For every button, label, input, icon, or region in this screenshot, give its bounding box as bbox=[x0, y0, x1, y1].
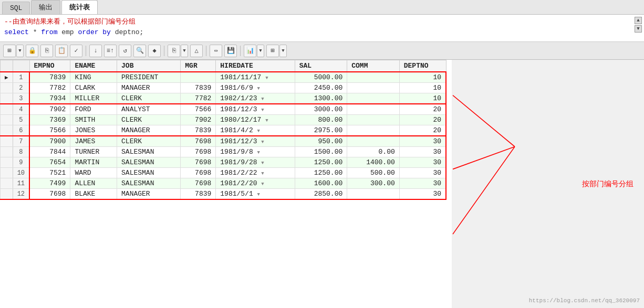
toolbar-lock-btn[interactable]: 🔒 bbox=[26, 45, 38, 57]
toolbar-export-dropdown[interactable]: ▼ bbox=[181, 45, 188, 57]
cell-empno: 7934 bbox=[29, 93, 70, 104]
tab-stats[interactable]: 统计表 bbox=[61, 0, 98, 14]
toolbar-grid-btn[interactable]: ⊞ bbox=[3, 45, 16, 57]
header-comm[interactable]: COMM bbox=[347, 60, 400, 72]
cell-deptno: 30 bbox=[399, 189, 446, 200]
toolbar-sep3 bbox=[206, 46, 206, 56]
cell-comm bbox=[347, 72, 400, 83]
toolbar-refresh-btn[interactable]: ↺ bbox=[119, 45, 131, 57]
header-hiredate[interactable]: HIREDATE bbox=[216, 60, 295, 72]
cell-hiredate: 1980/12/17 ▼ bbox=[216, 115, 295, 125]
toolbar-table-dropdown[interactable]: ▼ bbox=[279, 45, 287, 57]
table-row: 5 7369 SMITH CLERK 7902 1980/12/17 ▼ 800… bbox=[1, 115, 446, 125]
toolbar-grid-group: ⊞ ▼ bbox=[3, 45, 24, 57]
cell-mgr bbox=[181, 72, 216, 83]
toolbar-down-btn[interactable]: ↓ bbox=[89, 45, 102, 57]
cell-comm bbox=[347, 125, 400, 136]
cell-ename: KING bbox=[70, 72, 117, 83]
cell-deptno: 30 bbox=[399, 147, 446, 157]
table-header-row: EMPNO ENAME JOB MGR HIREDATE SAL COMM DE… bbox=[1, 60, 446, 72]
toolbar-table-btn[interactable]: ⊞ bbox=[266, 45, 279, 57]
cell-hiredate: 1981/2/20 ▼ bbox=[216, 178, 295, 189]
header-mgr[interactable]: MGR bbox=[181, 60, 216, 72]
cell-sal: 800.00 bbox=[295, 115, 347, 125]
row-num: 2 bbox=[13, 83, 29, 93]
cell-ename: MILLER bbox=[70, 93, 117, 104]
toolbar-up-btn[interactable]: ≡↑ bbox=[104, 45, 117, 57]
header-job[interactable]: JOB bbox=[117, 60, 181, 72]
data-table: EMPNO ENAME JOB MGR HIREDATE SAL COMM DE… bbox=[0, 60, 446, 200]
table-row: 6 7566 JONES MANAGER 7839 1981/4/2 ▼ 297… bbox=[1, 125, 446, 136]
cell-sal: 1300.00 bbox=[295, 93, 347, 104]
cell-sal: 1250.00 bbox=[295, 157, 347, 168]
row-num: 8 bbox=[13, 147, 29, 157]
toolbar-paste-btn[interactable]: 📋 bbox=[55, 45, 68, 57]
cell-mgr: 7566 bbox=[181, 104, 216, 115]
scroll-arrows: ▲ ▼ bbox=[635, 17, 642, 33]
cell-mgr: 7698 bbox=[181, 136, 216, 147]
sql-comment: --由查询结果来看，可以根据部门编号分组 bbox=[4, 17, 640, 27]
toolbar-search-btn[interactable]: 🔍 bbox=[133, 45, 146, 57]
tab-sql[interactable]: SQL bbox=[2, 2, 30, 14]
row-num: 7 bbox=[13, 136, 29, 147]
row-nav bbox=[1, 83, 13, 93]
cell-mgr: 7839 bbox=[181, 83, 216, 93]
cell-ename: CLARK bbox=[70, 83, 117, 93]
toolbar-chart-btn[interactable]: 📊 bbox=[244, 45, 256, 57]
row-num: 6 bbox=[13, 125, 29, 136]
cell-job: SALESMAN bbox=[117, 147, 181, 157]
cell-job: MANAGER bbox=[117, 189, 181, 200]
toolbar-grid-dropdown[interactable]: ▼ bbox=[16, 45, 24, 57]
cell-comm bbox=[347, 115, 400, 125]
row-num: 11 bbox=[13, 178, 29, 189]
row-nav bbox=[1, 104, 13, 115]
header-deptno[interactable]: DEPTNO bbox=[399, 60, 446, 72]
cell-comm bbox=[347, 104, 400, 115]
cell-deptno: 10 bbox=[399, 72, 446, 83]
cell-job: CLERK bbox=[117, 115, 181, 125]
cell-hiredate: 1981/12/3 ▼ bbox=[216, 136, 295, 147]
cell-deptno: 20 bbox=[399, 115, 446, 125]
cell-ename: SMITH bbox=[70, 115, 117, 125]
row-nav bbox=[1, 168, 13, 178]
cell-comm bbox=[347, 136, 400, 147]
cell-empno: 7369 bbox=[29, 115, 70, 125]
toolbar-cols-btn[interactable]: ⇔ bbox=[210, 45, 222, 57]
cell-hiredate: 1981/6/9 ▼ bbox=[216, 83, 295, 93]
cell-job: CLERK bbox=[117, 136, 181, 147]
scroll-up-arrow[interactable]: ▲ bbox=[635, 17, 642, 24]
header-ename[interactable]: ENAME bbox=[70, 60, 117, 72]
cell-ename: FORD bbox=[70, 104, 117, 115]
row-nav bbox=[1, 157, 13, 168]
sql-table: emp bbox=[61, 28, 78, 36]
cell-deptno: 20 bbox=[399, 125, 446, 136]
table-row: 10 7521 WARD SALESMAN 7698 1981/2/22 ▼ 1… bbox=[1, 168, 446, 178]
cell-hiredate: 1981/9/8 ▼ bbox=[216, 147, 295, 157]
toolbar-save-btn[interactable]: 💾 bbox=[224, 45, 237, 57]
toolbar-check-btn[interactable]: ✓ bbox=[70, 45, 82, 57]
row-num: 4 bbox=[13, 104, 29, 115]
cell-hiredate: 1981/11/17 ▼ bbox=[216, 72, 295, 83]
header-sal[interactable]: SAL bbox=[295, 60, 347, 72]
scroll-down-arrow[interactable]: ▼ bbox=[635, 25, 642, 33]
row-num: 1 bbox=[13, 72, 29, 83]
table-wrapper[interactable]: EMPNO ENAME JOB MGR HIREDATE SAL COMM DE… bbox=[0, 60, 452, 308]
cell-mgr: 7698 bbox=[181, 157, 216, 168]
toolbar-export-btn[interactable]: ⎘ bbox=[168, 45, 180, 57]
toolbar-triangle-btn[interactable]: △ bbox=[190, 45, 203, 57]
cell-ename: BLAKE bbox=[70, 189, 117, 200]
toolbar-copy-btn[interactable]: ⎘ bbox=[40, 45, 53, 57]
toolbar-add-btn[interactable]: ◆ bbox=[148, 45, 161, 57]
cell-empno: 7839 bbox=[29, 72, 70, 83]
toolbar: ⊞ ▼ 🔒 ⎘ 📋 ✓ ↓ ≡↑ ↺ 🔍 ◆ ⎘ ▼ △ ⇔ 💾 📊 ▼ ⊞ ▼ bbox=[0, 42, 644, 60]
tab-output[interactable]: 输出 bbox=[31, 0, 60, 14]
cell-hiredate: 1981/12/3 ▼ bbox=[216, 104, 295, 115]
cell-ename: JONES bbox=[70, 125, 117, 136]
toolbar-chart-dropdown[interactable]: ▼ bbox=[257, 45, 264, 57]
cell-deptno: 10 bbox=[399, 93, 446, 104]
header-empno[interactable]: EMPNO bbox=[29, 60, 70, 72]
table-body: ▶ 1 7839 KING PRESIDENT 1981/11/17 ▼ 500… bbox=[1, 72, 446, 199]
toolbar-chart-group: 📊 ▼ bbox=[244, 45, 264, 57]
sql-keyword-from: from bbox=[41, 28, 57, 36]
svg-line-2 bbox=[453, 147, 515, 235]
